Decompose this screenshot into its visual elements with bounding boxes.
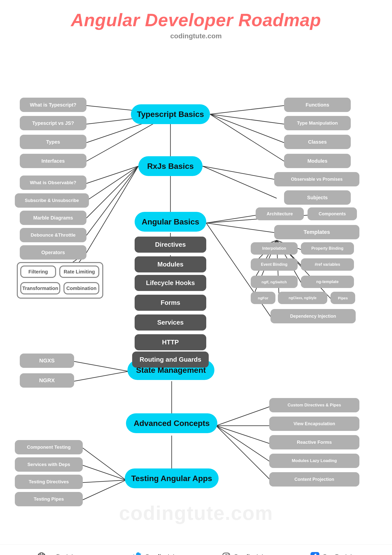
globe-icon	[37, 552, 46, 555]
functions-node: Functions	[284, 98, 351, 112]
services-with-deps-node: Services with Deps	[15, 457, 83, 472]
custom-directives-pipes-node: Custom Directives & Pipes	[269, 398, 359, 412]
rate-limiting-node: Rate Limiting	[59, 266, 99, 278]
http-node: HTTP	[135, 334, 206, 350]
svg-line-49	[83, 448, 126, 480]
svg-line-13	[86, 166, 138, 253]
ref-variables-node: #ref variables	[301, 258, 354, 271]
ngfor-node: ngFor	[251, 292, 275, 304]
svg-line-28	[206, 223, 277, 233]
services-node: Services	[135, 314, 206, 331]
interpolation-node: Interpolation	[251, 242, 298, 255]
footer-instagram-text: @codingtute	[233, 553, 266, 555]
advanced-concepts-node: Advanced Concepts	[126, 413, 217, 433]
what-is-observable-node: What is Observable?	[20, 176, 86, 190]
forms-node: Forms	[135, 295, 206, 311]
svg-line-51	[83, 480, 126, 483]
svg-line-11	[86, 166, 138, 218]
modules-lazy-loading-node: Modules Lazy Loading	[269, 454, 359, 468]
roadmap-container: Typescript Basics RxJs Basics Angular Ba…	[0, 50, 392, 544]
ngxs-node: NGXS	[20, 354, 74, 368]
svg-line-47	[216, 426, 272, 481]
footer-twitter-text: @codingtute	[144, 553, 178, 555]
lifecycle-hooks-node: Lifecycle Hooks	[135, 275, 206, 291]
footer-instagram: @codingtute	[222, 552, 266, 555]
debounce-throttle-node: Debounce &Throttle	[20, 228, 86, 242]
svg-line-9	[86, 166, 138, 183]
footer: codingtute.com @codingtute @codingtute @…	[0, 544, 392, 555]
footer-website: codingtute.com	[37, 552, 89, 555]
watermark-text: codingtute.com	[119, 502, 273, 525]
dependency-injection-node: Dependency Injection	[270, 309, 356, 323]
footer-twitter: @codingtute	[133, 552, 178, 555]
svg-line-16	[203, 166, 277, 180]
combination-node: Combination	[63, 282, 99, 294]
classes-node: Classes	[284, 135, 351, 149]
subscribe-unsubscribe-node: Subscribe & Unsubscribe	[15, 193, 89, 208]
footer-website-text: codingtute.com	[48, 553, 89, 555]
content-projection-node: Content Projection	[269, 472, 359, 487]
directives-node: Directives	[135, 237, 206, 253]
component-testing-node: Component Testing	[15, 440, 83, 454]
ngif-ngswitch-node: ngIf, ngSwitch	[251, 276, 298, 288]
what-is-typescript-node: What is Typescript?	[20, 98, 86, 112]
svg-line-10	[86, 166, 138, 201]
event-binding-node: Event Binding	[251, 258, 298, 271]
modules-ts-node: Modules	[284, 154, 351, 168]
ng-template-node: ng-template	[301, 276, 354, 288]
type-manipulation-node: Type Manipulation	[284, 116, 351, 130]
svg-line-5	[210, 114, 284, 124]
svg-line-6	[210, 114, 284, 143]
rxjs-basics-node: RxJs Basics	[138, 156, 203, 176]
svg-line-17	[203, 166, 277, 198]
svg-line-52	[83, 480, 126, 500]
svg-line-26	[206, 215, 257, 223]
operators-node: Operators	[20, 245, 86, 260]
svg-line-50	[83, 465, 126, 480]
typescript-vs-js-node: Typescript vs JS?	[20, 116, 86, 130]
svg-line-43	[216, 406, 272, 426]
subjects-node: Subjects	[284, 190, 351, 205]
testing-directives-node: Testing Directives	[15, 475, 83, 489]
svg-line-46	[216, 426, 272, 463]
property-binding-node: Property Binding	[301, 242, 354, 255]
architecture-node: Architecture	[256, 207, 304, 220]
svg-line-41	[74, 371, 128, 381]
reactive-forms-node: Reactive Forms	[269, 435, 359, 449]
twitter-icon	[133, 552, 142, 555]
svg-point-60	[228, 554, 229, 555]
svg-line-4	[210, 106, 284, 114]
pipes-node: Pipes	[330, 292, 355, 304]
interfaces-node: Interfaces	[20, 154, 86, 168]
svg-line-45	[216, 426, 272, 444]
svg-line-40	[74, 361, 128, 371]
ngrx-node: NGRX	[20, 373, 74, 388]
modules-angular-node: Modules	[135, 256, 206, 272]
angular-basics-node: Angular Basics	[135, 212, 206, 232]
observable-vs-promises-node: Observable vs Promises	[274, 172, 359, 186]
transformation-node: Transformation	[20, 282, 60, 294]
view-encapsulation-node: View Encapsulation	[269, 417, 359, 431]
footer-facebook-text: @codingtute	[322, 553, 355, 555]
marble-diagrams-node: Marble Diagrams	[20, 211, 86, 225]
components-node: Components	[308, 207, 357, 220]
facebook-icon	[310, 552, 319, 555]
ngclass-ngstyle-node: ngClass, ngStyle	[278, 292, 327, 304]
typescript-basics-node: Typescript Basics	[131, 104, 210, 124]
testing-pipes-node: Testing Pipes	[15, 492, 83, 506]
instagram-icon	[222, 552, 231, 555]
page-title: Angular Developer Roadmap	[0, 0, 392, 30]
svg-line-7	[210, 114, 284, 161]
page-subtitle: codingtute.com	[0, 32, 392, 40]
svg-line-12	[86, 166, 138, 235]
routing-guards-node: Routing and Guards	[132, 352, 209, 368]
testing-angular-apps-node: Testing Angular Apps	[125, 468, 219, 488]
types-node: Types	[20, 135, 86, 149]
templates-node: Templates	[274, 225, 359, 239]
filtering-node: Filtering	[20, 266, 56, 278]
footer-facebook: @codingtute	[310, 552, 355, 555]
